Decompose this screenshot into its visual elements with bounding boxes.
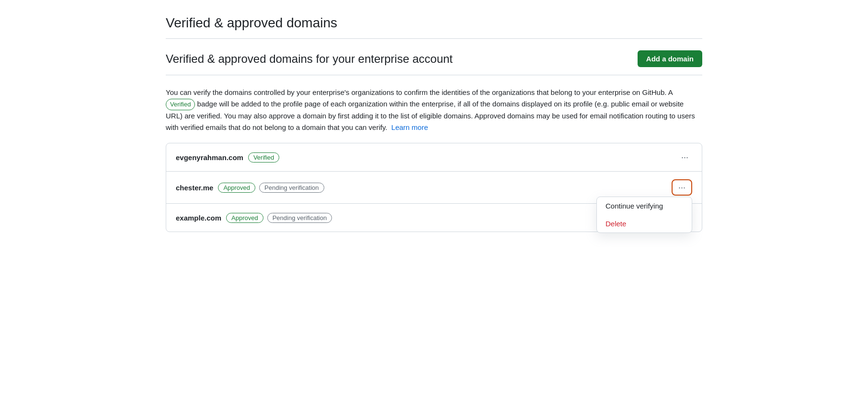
section-header: Verified & approved domains for your ent… — [166, 50, 702, 67]
domain-name-example: example.com — [176, 214, 221, 222]
section-title: Verified & approved domains for your ent… — [166, 52, 453, 66]
domain-actions-chester: ··· Continue verifying Delete — [672, 179, 692, 196]
dropdown-menu-chester: Continue verifying Delete — [596, 197, 692, 233]
description-before-badge: You can verify the domains controlled by… — [166, 88, 673, 96]
approved-badge-chester: Approved — [218, 183, 255, 193]
description-text: You can verify the domains controlled by… — [166, 87, 702, 133]
domains-list: evgenyrahman.com Verified ··· chester.me… — [166, 143, 702, 232]
description-after-badge: badge will be added to the profile page … — [166, 100, 695, 131]
domain-actions-evgenyrahman: ··· — [677, 151, 692, 163]
top-divider — [166, 38, 702, 39]
domain-row: evgenyrahman.com Verified ··· — [166, 143, 702, 172]
pending-badge-example: Pending verification — [267, 213, 332, 223]
page-title: Verified & approved domains — [166, 15, 702, 31]
add-domain-button[interactable]: Add a domain — [638, 50, 702, 67]
continue-verifying-item[interactable]: Continue verifying — [597, 197, 692, 215]
pending-badge-chester: Pending verification — [259, 183, 324, 193]
page-container: Verified & approved domains Verified & a… — [147, 0, 721, 247]
domain-name: evgenyrahman.com — [176, 153, 243, 162]
approved-badge-example: Approved — [226, 213, 263, 223]
more-button-evgenyrahman[interactable]: ··· — [677, 151, 692, 163]
verified-badge: Verified — [248, 152, 279, 163]
domain-row-chester: chester.me Approved Pending verification… — [166, 172, 702, 204]
learn-more-link[interactable]: Learn more — [391, 123, 428, 131]
delete-item[interactable]: Delete — [597, 215, 692, 233]
verified-badge-inline: Verified — [166, 99, 195, 111]
more-button-chester[interactable]: ··· — [674, 181, 689, 194]
domain-name-chester: chester.me — [176, 184, 213, 192]
section-divider — [166, 75, 702, 75]
